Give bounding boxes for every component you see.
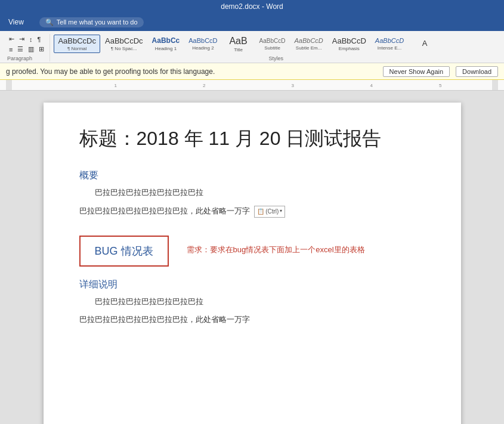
tell-me-bar[interactable]: 🔍 Tell me what you want to do (39, 17, 144, 27)
ruler-tick-2: 2 (203, 82, 205, 88)
style-preview-normal: AaBbCcDc (58, 36, 96, 46)
ruler-tick-3: 3 (292, 82, 294, 88)
style-nospace[interactable]: AaBbCcDc ¶ No Spac... (101, 35, 147, 54)
ctrl-popup[interactable]: 📋 (Ctrl) ▾ (254, 206, 285, 218)
never-show-again-button[interactable]: Never Show Again (383, 66, 450, 77)
ctrl-label: (Ctrl) (265, 207, 279, 216)
style-label-subtle-em: Subtle Em... (296, 45, 322, 51)
proofing-text: g proofed. You may be able to get proofi… (6, 67, 377, 76)
style-title[interactable]: AaB Title (222, 33, 255, 54)
style-intense[interactable]: AaBbCcD Intense E... (371, 35, 408, 52)
style-preview-heading1: AaBbCc (152, 36, 180, 45)
document-page: 标题：2018 年 11 月 20 日测试报告 概要 巴拉巴拉巴拉巴拉巴拉巴拉巴… (44, 103, 461, 424)
style-preview-extra: A (422, 39, 428, 48)
style-label-emphasis: Emphasis (339, 46, 360, 51)
pilcrow-btn[interactable]: ¶ (36, 35, 43, 44)
summary-para2-text: 巴拉巴拉巴拉巴拉巴拉巴拉巴拉，此处省略一万字 (79, 206, 250, 215)
border-btn[interactable]: ⊞ (37, 44, 46, 54)
bug-table-title: BUG 情况表 (95, 245, 153, 257)
ruler-tick-5: 5 (439, 82, 441, 88)
style-label-title: Title (234, 47, 243, 52)
style-normal[interactable]: AaBbCcDc ¶ Normal (54, 35, 100, 54)
style-preview-subtitle: AaBbCcD (259, 38, 286, 45)
style-preview-emphasis: AaBbCcD (332, 36, 366, 46)
tell-me-text: Tell me what you want to do (57, 18, 138, 26)
section-detail: 详细说明 巴拉巴拉巴拉巴拉巴拉巴拉巴拉 巴拉巴拉巴拉巴拉巴拉巴拉巴拉，此处省略一… (79, 278, 425, 327)
section-summary: 概要 巴拉巴拉巴拉巴拉巴拉巴拉巴拉 巴拉巴拉巴拉巴拉巴拉巴拉巴拉，此处省略一万字… (79, 169, 425, 218)
style-label-subtitle: Subtitle (264, 45, 280, 51)
document-title: 标题：2018 年 11 月 20 日测试报告 (79, 126, 425, 151)
style-label-nospace: ¶ No Spac... (111, 46, 137, 51)
style-heading1[interactable]: AaBbCc Heading 1 (148, 35, 184, 52)
styles-group-label: Styles (268, 55, 283, 61)
menu-view[interactable]: View (5, 17, 27, 27)
ribbon: ⇤ ⇥ ↕ ¶ ≡ ☰ ▥ ⊞ Paragraph AaBbCcDc ¶ Nor… (0, 31, 504, 63)
style-subtle-em[interactable]: AaBbCcD Subtle Em... (290, 35, 327, 52)
style-label-heading1: Heading 1 (155, 46, 177, 51)
paragraph-group-label: Paragraph (7, 55, 32, 61)
title-bar: demo2.docx - Word (0, 0, 504, 13)
style-gallery: AaBbCcDc ¶ Normal AaBbCcDc ¶ No Spac... … (54, 33, 441, 54)
section-summary-para1: 巴拉巴拉巴拉巴拉巴拉巴拉巴拉 (79, 187, 425, 199)
section-detail-para2: 巴拉巴拉巴拉巴拉巴拉巴拉巴拉，此处省略一万字 (79, 314, 425, 326)
search-icon: 🔍 (45, 18, 54, 26)
style-preview-title: AaB (229, 35, 247, 47)
section-summary-para2: 巴拉巴拉巴拉巴拉巴拉巴拉巴拉，此处省略一万字 📋 (Ctrl) ▾ (79, 205, 425, 218)
section-summary-heading: 概要 (79, 169, 425, 182)
document-area: 标题：2018 年 11 月 20 日测试报告 概要 巴拉巴拉巴拉巴拉巴拉巴拉巴… (0, 91, 504, 424)
section-detail-para1: 巴拉巴拉巴拉巴拉巴拉巴拉巴拉 (79, 296, 425, 308)
clipboard-icon: 📋 (257, 207, 264, 216)
indent-more-btn[interactable]: ⇥ (17, 34, 26, 44)
style-preview-subtle-em: AaBbCcD (294, 37, 323, 45)
paragraph-group: ⇤ ⇥ ↕ ¶ ≡ ☰ ▥ ⊞ Paragraph (4, 34, 50, 61)
style-preview-intense: AaBbCcD (375, 37, 404, 45)
ruler-body: 1 2 3 4 5 (6, 80, 498, 90)
style-label-heading2: Heading 2 (192, 45, 214, 51)
ruler-tick-4: 4 (370, 82, 373, 88)
styles-group: AaBbCcDc ¶ Normal AaBbCcDc ¶ No Spac... … (51, 33, 500, 61)
list-btn[interactable]: ☰ (16, 44, 25, 54)
shading-btn[interactable]: ▥ (26, 44, 36, 54)
style-label-intense: Intense E... (378, 45, 401, 51)
ruler: 1 2 3 4 5 (0, 80, 504, 91)
style-subtitle[interactable]: AaBbCcD Subtitle (255, 36, 290, 52)
sort-btn[interactable]: ↕ (27, 35, 35, 44)
title-bar-text: demo2.docx - Word (221, 2, 283, 11)
ruler-tick-1: 1 (115, 82, 117, 88)
indent-less-btn[interactable]: ⇤ (7, 34, 16, 44)
style-preview-nospace: AaBbCcDc (105, 36, 143, 46)
section-detail-heading: 详细说明 (79, 278, 425, 291)
style-heading2[interactable]: AaBbCcD Heading 2 (184, 35, 221, 52)
style-preview-heading2: AaBbCcD (188, 37, 217, 45)
align-left-btn[interactable]: ≡ (7, 45, 14, 54)
style-label-normal: ¶ Normal (67, 46, 86, 51)
menu-bar: View 🔍 Tell me what you want to do (0, 13, 504, 31)
style-extra[interactable]: A (409, 37, 441, 51)
bug-section: BUG 情况表 需求：要求在bug情况表下面加上一个excel里的表格 (79, 236, 425, 267)
para-row2: ≡ ☰ ▥ ⊞ (7, 44, 46, 54)
bug-note: 需求：要求在bug情况表下面加上一个excel里的表格 (187, 236, 365, 256)
style-emphasis[interactable]: AaBbCcD Emphasis (328, 35, 370, 54)
bug-table-box: BUG 情况表 (79, 236, 169, 267)
ctrl-popup-arrow: ▾ (280, 208, 282, 215)
proofing-bar: g proofed. You may be able to get proofi… (0, 63, 504, 80)
para-row1: ⇤ ⇥ ↕ ¶ (7, 34, 42, 44)
download-button[interactable]: Download (456, 66, 498, 77)
